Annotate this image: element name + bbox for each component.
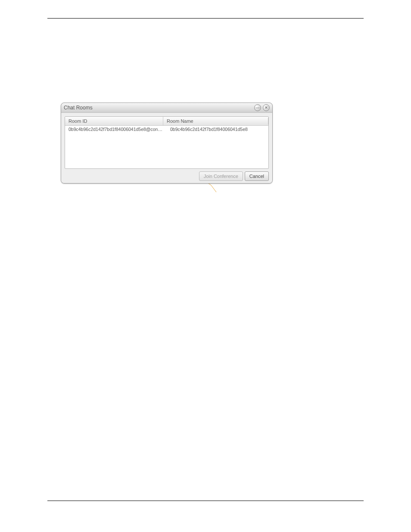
- column-header-room-name[interactable]: Room Name: [163, 117, 268, 125]
- table-row[interactable]: 0b9c4b96c2d142f7bd1f84006041d5e8@conf… 0…: [65, 126, 268, 133]
- listview-header: Room ID Room Name: [65, 117, 268, 126]
- rooms-listview[interactable]: Room ID Room Name 0b9c4b96c2d142f7bd1f84…: [65, 116, 269, 169]
- callout-lines: [0, 0, 411, 532]
- listview-rows: 0b9c4b96c2d142f7bd1f84006041d5e8@conf… 0…: [65, 126, 268, 168]
- dialog-titlebar[interactable]: Chat Rooms — ✕: [61, 103, 272, 113]
- dialog-title: Chat Rooms: [64, 105, 252, 111]
- top-rule: [47, 18, 364, 19]
- dialog-footer: Join Conference Cancel: [65, 169, 269, 181]
- bottom-rule: [47, 501, 364, 501]
- cell-room-name: 0b9c4b96c2d142f7bd1f84006041d5e8: [163, 127, 268, 132]
- join-conference-button[interactable]: Join Conference: [199, 171, 243, 181]
- close-icon[interactable]: ✕: [263, 104, 270, 111]
- page: Chat Rooms — ✕ Room ID Room Name 0b9c4b9…: [0, 0, 411, 532]
- dialog-body: Room ID Room Name 0b9c4b96c2d142f7bd1f84…: [61, 113, 272, 184]
- svg-line-1: [211, 185, 216, 192]
- cancel-button[interactable]: Cancel: [245, 171, 269, 181]
- column-header-room-id[interactable]: Room ID: [65, 117, 163, 125]
- chat-rooms-dialog: Chat Rooms — ✕ Room ID Room Name 0b9c4b9…: [61, 103, 273, 184]
- cell-room-id: 0b9c4b96c2d142f7bd1f84006041d5e8@conf…: [65, 127, 163, 132]
- minimize-icon[interactable]: —: [254, 104, 261, 111]
